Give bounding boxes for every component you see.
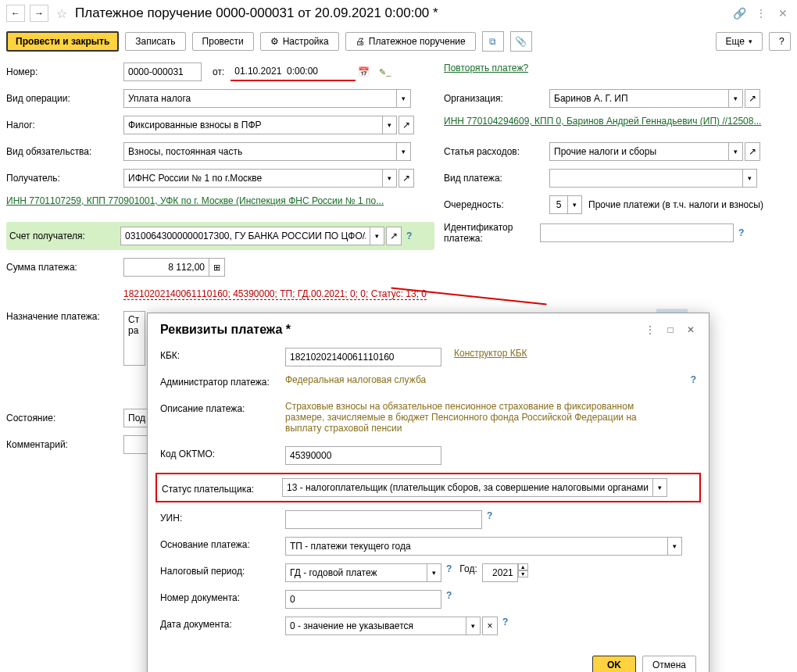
- modal-maximize-icon[interactable]: □: [662, 321, 679, 338]
- calculator-icon[interactable]: [209, 258, 225, 277]
- sum-input[interactable]: [123, 258, 209, 277]
- uin-help-icon[interactable]: ?: [487, 510, 492, 521]
- number-label: Номер:: [6, 66, 123, 77]
- tax-period-input[interactable]: [285, 563, 427, 582]
- order-input[interactable]: [549, 195, 568, 214]
- kbk-label: КБК:: [160, 348, 285, 361]
- settings-button[interactable]: ⚙Настройка: [260, 32, 339, 51]
- basis-input[interactable]: [285, 537, 668, 556]
- purpose-label: Назначение платежа:: [6, 311, 123, 322]
- recipient-input[interactable]: [123, 169, 383, 188]
- calendar-icon[interactable]: 📅: [356, 63, 371, 81]
- identifier-label: Идентификатор платежа:: [444, 222, 540, 244]
- save-button[interactable]: Записать: [125, 32, 185, 51]
- basis-dropdown[interactable]: ▾: [668, 537, 682, 556]
- recipient-dropdown[interactable]: ▾: [383, 169, 397, 188]
- edit-icon[interactable]: ✎_: [379, 67, 391, 77]
- print-button[interactable]: 🖨Платежное поручение: [345, 32, 476, 51]
- post-close-button[interactable]: Провести и закрыть: [6, 31, 119, 52]
- expense-item-open[interactable]: ↗: [745, 142, 760, 161]
- ok-button[interactable]: OK: [592, 656, 636, 672]
- clip-icon: 📎: [515, 36, 527, 47]
- modal-more-icon[interactable]: ⋮: [642, 321, 659, 338]
- tax-details-link[interactable]: 18210202140061110160; 45390000; ТП; ГД.0…: [123, 288, 427, 300]
- help-button[interactable]: ?: [769, 32, 791, 51]
- tax-period-help-icon[interactable]: ?: [446, 563, 452, 574]
- payment-type-dropdown[interactable]: ▾: [743, 169, 757, 188]
- year-input[interactable]: [482, 563, 518, 582]
- admin-value: Федеральная налоговая служба: [285, 374, 426, 385]
- oktmo-label: Код ОКТМО:: [160, 446, 285, 459]
- recipient-open[interactable]: ↗: [398, 169, 414, 188]
- payer-inn-link[interactable]: ИНН 770104294609, КПП 0, Баринов Андрей …: [444, 116, 761, 127]
- date-input[interactable]: [231, 63, 356, 81]
- recipient-inn-link[interactable]: ИНН 7701107259, КПП 770901001, УФК по г.…: [6, 195, 384, 206]
- kbk-constructor-link[interactable]: Конструктор КБК: [454, 348, 527, 359]
- more-button[interactable]: Еще ▾: [716, 32, 763, 51]
- year-stepper[interactable]: ▲▼: [518, 563, 528, 577]
- obligation-dropdown[interactable]: ▾: [397, 142, 411, 161]
- uin-input[interactable]: [285, 510, 482, 529]
- oktmo-input[interactable]: [285, 446, 441, 465]
- toolbar: Провести и закрыть Записать Провести ⚙На…: [0, 27, 797, 56]
- order-label: Очередность:: [444, 199, 549, 210]
- doc-date-clear[interactable]: ×: [482, 617, 498, 635]
- modal-close-icon[interactable]: ✕: [682, 321, 699, 338]
- recipient-label: Получатель:: [6, 173, 123, 184]
- payer-status-input[interactable]: [282, 478, 653, 497]
- payer-status-label: Статус плательщика:: [162, 481, 282, 495]
- expense-item-dropdown[interactable]: ▾: [729, 142, 743, 161]
- tax-dropdown[interactable]: ▾: [383, 116, 397, 134]
- organization-open[interactable]: ↗: [745, 89, 760, 108]
- doc-date-help-icon[interactable]: ?: [502, 617, 508, 627]
- expense-item-input[interactable]: [549, 142, 729, 161]
- favorite-icon[interactable]: ☆: [56, 6, 67, 21]
- attach-button[interactable]: 📎: [510, 31, 532, 52]
- link-icon[interactable]: 🔗: [731, 5, 747, 21]
- expense-item-label: Статья расходов:: [444, 146, 549, 157]
- payer-status-dropdown[interactable]: ▾: [653, 478, 667, 497]
- account-open[interactable]: ↗: [386, 227, 402, 245]
- identifier-help-icon[interactable]: ?: [738, 227, 744, 238]
- operation-type-label: Вид операции:: [6, 93, 123, 104]
- tax-period-dropdown[interactable]: ▾: [427, 563, 441, 582]
- payer-status-highlight: Статус плательщика: ▾: [155, 473, 701, 502]
- account-dropdown[interactable]: ▾: [370, 227, 384, 245]
- operation-type-input[interactable]: [123, 89, 397, 108]
- account-input[interactable]: [120, 227, 370, 245]
- admin-label: Администратор платежа:: [160, 374, 285, 388]
- doc-number-help-icon[interactable]: ?: [446, 590, 452, 601]
- doc-date-input[interactable]: [285, 617, 466, 635]
- state-label: Состояние:: [6, 413, 123, 424]
- comment-label: Комментарий:: [6, 439, 123, 450]
- identifier-input[interactable]: [540, 223, 734, 242]
- operation-type-dropdown[interactable]: ▾: [397, 89, 411, 108]
- organization-dropdown[interactable]: ▾: [729, 89, 743, 108]
- account-help-icon[interactable]: ?: [406, 231, 412, 241]
- modal-title: Реквизиты платежа *: [160, 323, 638, 337]
- payment-type-input[interactable]: [549, 169, 743, 188]
- order-desc: Прочие платежи (в т.ч. налоги и взносы): [588, 199, 763, 210]
- payment-details-modal: Реквизиты платежа * ⋮ □ ✕ КБК: Конструкт…: [147, 313, 709, 672]
- tax-input[interactable]: [123, 116, 383, 134]
- post-button[interactable]: Провести: [192, 32, 254, 51]
- more-vert-icon[interactable]: ⋮: [753, 5, 769, 21]
- repeat-payment-link[interactable]: Повторять платеж?: [444, 63, 528, 73]
- forward-button[interactable]: →: [30, 5, 48, 22]
- doc-date-label: Дата документа:: [160, 617, 285, 630]
- organization-input[interactable]: [549, 89, 729, 108]
- sum-label: Сумма платежа:: [6, 262, 123, 273]
- admin-help-icon[interactable]: ?: [691, 374, 696, 385]
- cancel-button[interactable]: Отмена: [642, 656, 696, 672]
- purpose-input[interactable]: Стра: [123, 311, 145, 366]
- tax-open[interactable]: ↗: [398, 116, 414, 134]
- obligation-input[interactable]: [123, 142, 397, 161]
- number-input[interactable]: [123, 63, 202, 81]
- order-dropdown[interactable]: ▾: [568, 195, 582, 214]
- back-button[interactable]: ←: [6, 5, 25, 22]
- doc-number-input[interactable]: [285, 590, 441, 609]
- dossier-button[interactable]: ⧉: [482, 31, 504, 52]
- doc-date-dropdown[interactable]: ▾: [466, 617, 481, 635]
- close-icon[interactable]: ✕: [775, 5, 791, 21]
- kbk-input[interactable]: [285, 348, 441, 366]
